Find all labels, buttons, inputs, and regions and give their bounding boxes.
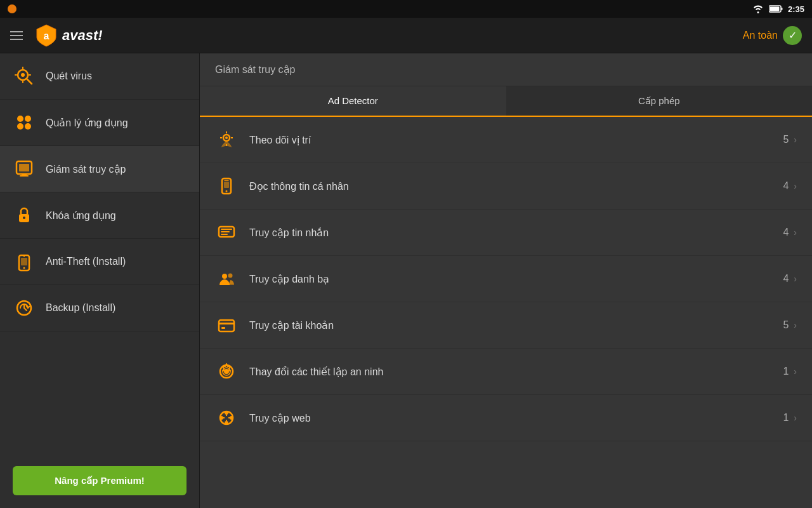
svg-point-23 [23,267,25,269]
tab-ad-detector[interactable]: Ad Detector [200,86,506,116]
status-left [8,4,16,13]
list-item-danh-ba-count: 4 [783,273,789,284]
svg-point-34 [226,190,228,192]
list-item-doc-thong-tin[interactable]: Đọc thông tin cá nhân 4 › [200,163,812,210]
location-icon [215,128,238,151]
svg-rect-44 [221,327,225,329]
list-item-theo-doi-label: Theo dõi vị trí [249,134,783,146]
list-item-tai-khoan-label: Truy cập tài khoản [249,319,783,331]
chevron-right-icon-1: › [794,181,797,191]
svg-rect-18 [20,175,29,177]
svg-point-51 [230,416,233,420]
svg-rect-16 [19,164,29,171]
sidebar-item-anti-theft-label: Anti-Theft (Install) [46,256,126,267]
svg-point-13 [17,123,23,130]
chevron-right-icon-0: › [794,135,797,145]
list-item-tai-khoan[interactable]: Truy cập tài khoản 5 › [200,302,812,349]
svg-point-12 [25,116,31,122]
list-item-web-label: Truy cập web [249,412,783,424]
premium-button[interactable]: Nâng cấp Premium! [13,466,187,495]
list-item-theo-doi-count: 5 [783,134,789,145]
svg-rect-22 [21,258,27,265]
svg-rect-2 [769,7,779,11]
content-title: Giám sát truy cập [215,64,295,75]
top-bar: a avast! An toàn ✓ [0,18,812,53]
sidebar-item-anti-theft[interactable]: Anti-Theft (Install) [0,239,199,285]
tab-cap-phep[interactable]: Cấp phép [506,86,813,116]
logo-text: avast! [62,27,103,44]
list-item-danh-ba[interactable]: Truy cập danh bạ 4 › [200,256,812,302]
sidebar-bottom: Nâng cấp Premium! [0,453,199,508]
safe-text: An toàn [743,30,778,41]
wifi-icon [752,4,764,13]
quan-ly-icon [13,111,36,134]
svg-line-6 [27,79,32,84]
chevron-right-icon-3: › [794,274,797,284]
check-circle-icon: ✓ [783,26,802,45]
list-item-tin-nhan[interactable]: Truy cập tin nhắn 4 › [200,210,812,256]
sidebar-item-quet-virus[interactable]: Quét virus [0,53,199,100]
sidebar-item-backup-label: Backup (Install) [46,302,115,314]
svg-point-14 [25,123,31,130]
list-item-thiet-lap[interactable]: Thay đổi các thiết lập an ninh 1 › [200,349,812,395]
content-header: Giám sát truy cập [200,53,812,86]
svg-point-50 [225,411,228,415]
main-layout: Quét virus Quản lý ứng dụng [0,53,812,508]
list-item-theo-doi-vi-tri[interactable]: Theo dõi vị trí 5 › [200,117,812,163]
list-item-tin-nhan-label: Truy cập tin nhắn [249,227,783,239]
message-icon [215,221,238,244]
svg-point-49 [219,416,223,420]
sidebar-item-khoa[interactable]: Khóa ứng dụng [0,192,199,239]
hamburger-menu[interactable] [10,31,23,40]
list-item-truy-cap-web[interactable]: Truy cập web 1 › [200,395,812,441]
svg-rect-43 [219,323,234,324]
list-item-thiet-lap-label: Thay đổi các thiết lập an ninh [249,366,783,378]
chevron-right-icon-6: › [794,413,797,423]
status-right: 2:35 [752,4,804,14]
tabs-bar: Ad Detector Cấp phép [200,86,812,117]
svg-point-20 [23,217,25,219]
settings-icon [215,360,238,383]
chevron-right-icon-4: › [794,320,797,330]
sidebar-item-giam-sat[interactable]: Giám sát truy cập [0,146,199,192]
backup-icon [13,297,36,319]
anti-theft-icon [13,250,36,273]
svg-point-41 [228,274,233,278]
safe-badge: An toàn ✓ [743,26,802,45]
sidebar-item-khoa-label: Khóa ứng dụng [46,210,116,222]
sidebar-item-quet-virus-label: Quét virus [46,70,92,82]
svg-point-27 [225,137,228,139]
svg-point-52 [225,421,228,425]
svg-point-11 [17,116,23,122]
svg-rect-33 [224,182,229,188]
status-bar: 2:35 [0,0,812,18]
sidebar-item-backup[interactable]: Backup (Install) [0,285,199,331]
phone-info-icon [215,175,238,197]
permission-list: Theo dõi vị trí 5 › Đọc thông tin cá nhâ… [200,117,812,508]
list-item-tai-khoan-count: 5 [783,319,789,331]
quet-virus-icon [13,65,36,88]
battery-icon [769,5,783,13]
sidebar-item-giam-sat-label: Giám sát truy cập [46,163,126,175]
status-dot [8,4,16,13]
list-item-web-count: 1 [783,412,789,424]
network-icon [215,406,238,429]
svg-point-40 [222,274,227,279]
avast-shield-icon: a [34,23,58,48]
list-item-tin-nhan-count: 4 [783,227,789,238]
avast-logo: a avast! [34,23,103,48]
list-item-danh-ba-label: Truy cập danh bạ [249,273,783,285]
svg-rect-1 [781,8,782,10]
sidebar-item-quan-ly-label: Quản lý ứng dụng [46,117,128,129]
list-item-doc-count: 4 [783,180,789,192]
svg-point-24 [23,256,25,257]
sidebar-items-list: Quét virus Quản lý ứng dụng [0,53,199,453]
chevron-right-icon-2: › [794,227,797,237]
list-item-doc-label: Đọc thông tin cá nhân [249,180,783,192]
contacts-icon [215,267,238,290]
logo-area: a avast! [10,23,103,48]
chevron-right-icon-5: › [794,366,797,377]
svg-point-5 [21,73,25,77]
sidebar-item-quan-ly[interactable]: Quản lý ứng dụng [0,100,199,146]
khoa-icon [13,204,36,227]
